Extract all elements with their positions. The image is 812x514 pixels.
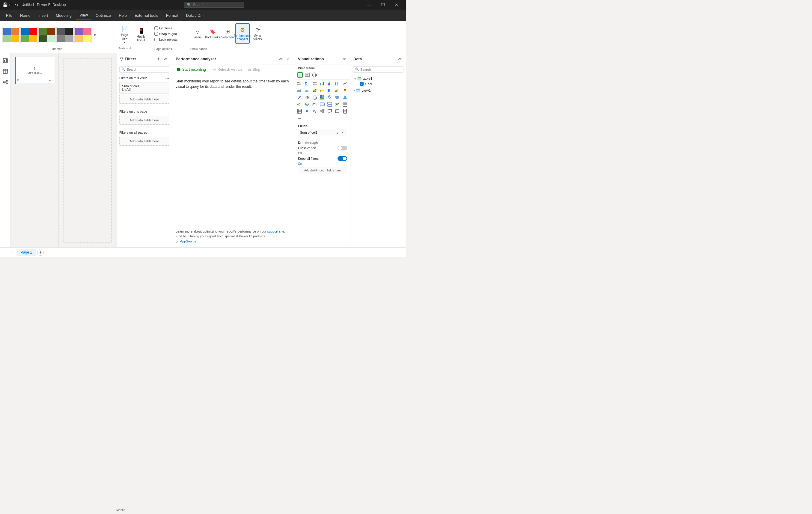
minimize-button[interactable]: —: [362, 0, 376, 9]
viz-waterfall-icon[interactable]: [334, 87, 341, 94]
perf-close-icon[interactable]: ✕: [285, 56, 291, 62]
support-site-link[interactable]: support site: [267, 230, 284, 233]
viz-100-stacked-column-icon[interactable]: [334, 80, 341, 87]
report-view-icon[interactable]: [1, 56, 10, 65]
cross-report-toggle[interactable]: [338, 146, 347, 150]
page-1-thumbnail[interactable]: 1Sum of co... ▽ •••: [15, 57, 54, 84]
field-chevron-icon[interactable]: ∨: [335, 130, 340, 135]
sync-slicers-button[interactable]: ⟳ Syncslicers: [250, 23, 265, 44]
perf-expand-icon[interactable]: ≫: [278, 56, 284, 62]
model-view-icon[interactable]: [1, 77, 10, 87]
viz-table-icon[interactable]: [297, 72, 303, 78]
viz-funnel-icon[interactable]: [342, 87, 348, 94]
filters-section3-more[interactable]: ⋯: [165, 131, 169, 136]
start-recording-button[interactable]: Start recording: [174, 66, 208, 73]
appsource-link[interactable]: AppSource: [180, 239, 196, 243]
page-options-overlay[interactable]: •••: [49, 79, 53, 82]
add-data-visual[interactable]: Add data fields here: [119, 95, 169, 104]
menu-modeling[interactable]: Modeling: [52, 10, 75, 20]
data-search-input[interactable]: [360, 68, 401, 71]
fields-sum-col1[interactable]: Sum of col1 ∨ ✕: [298, 129, 347, 136]
mobile-layout-button[interactable]: 📱 Mobilelayout: [133, 23, 149, 46]
menu-optimize[interactable]: Optimize: [92, 10, 115, 20]
filters-section1-more[interactable]: ⋯: [165, 76, 169, 81]
viz-expand-icon[interactable]: ≫: [341, 56, 347, 62]
stop-button[interactable]: ⊡ Stop: [246, 66, 263, 73]
viz-multirow-card-icon[interactable]: [326, 101, 333, 108]
snap-to-grid-checkbox[interactable]: Snap to grid: [154, 31, 185, 36]
gridlines-checkbox[interactable]: Gridlines: [154, 26, 185, 31]
menu-data-drill[interactable]: Data / Drill: [182, 10, 208, 20]
page-view-button[interactable]: 📄 Pageview ▾: [116, 23, 133, 46]
viz-treemap-icon[interactable]: [319, 94, 325, 101]
viz-ribbon-chart-icon[interactable]: [326, 87, 333, 94]
viz-line-icon[interactable]: [342, 80, 348, 87]
menu-view[interactable]: View: [76, 10, 91, 20]
keep-all-filters-toggle[interactable]: [338, 156, 347, 161]
restore-button[interactable]: ❐: [376, 0, 390, 9]
viz-paginated-report-icon[interactable]: [342, 108, 348, 114]
menu-format[interactable]: Format: [163, 10, 182, 20]
data-pane-expand-icon[interactable]: ≫: [397, 56, 403, 62]
titlebar-search-input[interactable]: [193, 3, 235, 7]
table-view-icon[interactable]: [1, 66, 10, 76]
filters-section2-more[interactable]: ⋯: [165, 110, 169, 114]
theme-2[interactable]: [20, 27, 38, 43]
scale-to-fit-label[interactable]: Scale to fit: [118, 47, 131, 50]
bookmarks-pane-button[interactable]: 🔖 Bookmarks: [205, 23, 220, 44]
redo-icon[interactable]: ↪: [14, 2, 19, 7]
refresh-visuals-button[interactable]: ⟳ Refresh visuals: [211, 66, 244, 73]
viz-decomp-icon2[interactable]: [319, 108, 325, 114]
main-canvas[interactable]: [63, 58, 112, 242]
add-drill-fields[interactable]: Add drill-through fields here: [298, 167, 347, 174]
viz-filled-map-icon[interactable]: [334, 94, 341, 101]
menu-file[interactable]: File: [2, 10, 16, 20]
viz-line-and-stacked-column-icon[interactable]: [319, 87, 325, 94]
viz-q-and-a-icon[interactable]: [326, 108, 333, 114]
viz-table2-icon[interactable]: [342, 101, 348, 108]
field-remove-icon[interactable]: ✕: [340, 130, 345, 135]
add-data-all[interactable]: Add data fields here: [119, 137, 169, 146]
add-data-page[interactable]: Add data fields here: [119, 116, 169, 125]
performance-analyzer-button[interactable]: ⚙ Performanceanalyzer: [235, 23, 250, 44]
page-nav-prev[interactable]: ‹: [2, 249, 8, 255]
theme-chevron[interactable]: ▾: [92, 33, 97, 37]
viz-kpi-icon[interactable]: KPI: [334, 101, 341, 108]
menu-help[interactable]: Help: [115, 10, 130, 20]
menu-external-tools[interactable]: External tools: [131, 10, 162, 20]
viz-map-icon[interactable]: [326, 94, 333, 101]
page-nav-next[interactable]: ›: [9, 249, 16, 255]
undo-icon[interactable]: ↩: [8, 2, 13, 7]
viz-stacked-area-icon[interactable]: [303, 87, 310, 94]
viz-pie-icon[interactable]: [303, 94, 310, 101]
theme-1[interactable]: [2, 27, 20, 43]
viz-stacked-column-icon[interactable]: [326, 80, 333, 87]
viz-ai-icon[interactable]: Q: [311, 72, 318, 78]
viz-narrative-icon2[interactable]: [334, 108, 341, 114]
viz-gauge-icon[interactable]: [312, 101, 318, 108]
filters-eye-icon[interactable]: 👁: [155, 56, 162, 62]
viz-r-script-icon[interactable]: R: [303, 108, 310, 114]
save-icon[interactable]: 💾: [2, 2, 7, 7]
selection-pane-button[interactable]: ⊞ Selection: [220, 23, 235, 44]
viz-clustered-bar-icon[interactable]: [303, 80, 310, 87]
lock-objects-checkbox[interactable]: Lock objects: [154, 37, 185, 42]
filters-expand-icon[interactable]: ≫: [163, 56, 169, 62]
viz-clustered-column-icon[interactable]: [319, 80, 325, 87]
page-1-tab[interactable]: Page 1: [17, 249, 36, 256]
theme-5[interactable]: [74, 27, 92, 43]
col1-tree-item[interactable]: ✓ Σ col1: [359, 82, 403, 86]
viz-card-icon[interactable]: 123: [319, 101, 325, 108]
filters-search-input[interactable]: [127, 68, 167, 71]
viz-smart-narratives-icon[interactable]: [304, 72, 311, 78]
add-page-button[interactable]: +: [37, 249, 44, 256]
viz-more-icon[interactable]: ···: [296, 115, 303, 121]
viz-line-and-clustered-column-icon[interactable]: [312, 87, 318, 94]
menu-insert[interactable]: Insert: [35, 10, 52, 20]
viz-decomposition-tree-icon[interactable]: [296, 101, 303, 108]
viz-key-influencers-icon[interactable]: [303, 101, 310, 108]
viz-stacked-bar-icon[interactable]: [296, 80, 303, 87]
menu-home[interactable]: Home: [17, 10, 34, 20]
table1-tree-item[interactable]: ∨ table1: [353, 76, 403, 82]
viz-area-icon[interactable]: [296, 87, 303, 94]
